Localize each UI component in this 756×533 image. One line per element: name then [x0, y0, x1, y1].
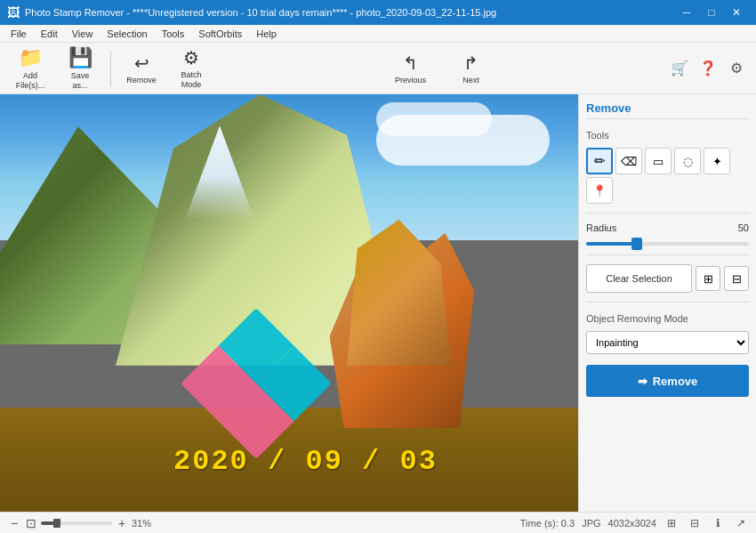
save-as-button[interactable]: 💾 Saveas...: [57, 45, 103, 92]
fit-button[interactable]: ⊞: [664, 515, 680, 531]
batch-mode-button[interactable]: ⚙ BatchMode: [168, 45, 214, 92]
zoom-controls: − ⊡ + 31%: [7, 516, 151, 530]
mode-select[interactable]: Inpainting Content Aware Fill Smart Fill: [586, 331, 749, 354]
remove-icon: ↩: [134, 52, 149, 74]
status-right: Time (s): 0.3 JPG 4032x3024 ⊞ ⊟ ℹ ↗: [520, 515, 749, 531]
lasso-icon: ◌: [683, 155, 693, 168]
next-button[interactable]: ↱ Next: [445, 45, 498, 92]
title-controls: ─ □ ✕: [674, 0, 749, 25]
zoom-reset-button[interactable]: +: [115, 516, 129, 530]
zoom-thumb[interactable]: [53, 519, 60, 528]
tool-rect[interactable]: ▭: [645, 148, 672, 174]
cloud-2: [376, 102, 492, 136]
radius-slider[interactable]: [586, 242, 749, 246]
add-files-button[interactable]: 📁 AddFile(s)...: [7, 45, 53, 92]
close-button[interactable]: ✕: [724, 0, 749, 25]
previous-label: Previous: [395, 76, 426, 85]
remove-button-toolbar[interactable]: ↩ Remove: [118, 45, 165, 92]
zoom-slider[interactable]: [41, 521, 112, 525]
help-button[interactable]: ❓: [696, 56, 720, 81]
batch-label: BatchMode: [181, 70, 201, 90]
toolbar: 📁 AddFile(s)... 💾 Saveas... ↩ Remove ⚙ B…: [0, 43, 756, 94]
previous-icon: ↰: [403, 52, 418, 74]
slider-fill: [586, 242, 635, 246]
canvas-area[interactable]: 2020 / 09 / 03: [0, 94, 578, 512]
previous-button[interactable]: ↰ Previous: [384, 45, 438, 92]
settings-button[interactable]: ⚙: [724, 56, 749, 81]
add-label: AddFile(s)...: [16, 71, 45, 91]
main-layout: 2020 / 09 / 03 Remove Tools ✏ ⌫ ▭ ◌ ✦ 📍: [0, 94, 756, 512]
save-icon: 💾: [68, 46, 92, 69]
menu-bar: File Edit View Selection Tools SoftOrbit…: [0, 25, 756, 43]
menu-help[interactable]: Help: [249, 27, 284, 41]
toolbar-nav: ↰ Previous ↱ Next: [384, 45, 498, 92]
brush-icon: ✏: [594, 153, 606, 169]
remove-label: Remove: [126, 76, 157, 85]
remove-btn-label: Remove: [653, 375, 698, 388]
invert-icon: ⊟: [732, 272, 742, 286]
save-label: Saveas...: [71, 71, 90, 91]
next-label: Next: [462, 76, 479, 85]
tool-stamp[interactable]: 📍: [586, 177, 613, 204]
minimize-button[interactable]: ─: [674, 0, 699, 25]
slider-thumb[interactable]: [631, 238, 642, 250]
panel-title: Remove: [586, 101, 749, 119]
divider-3: [586, 302, 749, 303]
cart-button[interactable]: 🛒: [667, 56, 692, 81]
menu-tools[interactable]: Tools: [155, 27, 192, 41]
selection-buttons: Clear Selection ⊞ ⊟: [586, 264, 749, 293]
zoom-out-button[interactable]: −: [7, 516, 21, 530]
remove-button[interactable]: ➡ Remove: [586, 365, 749, 397]
mode-label: Object Removing Mode: [586, 313, 749, 324]
slider-track: [586, 242, 749, 246]
magic-icon: ✦: [712, 155, 722, 168]
tools-label: Tools: [586, 130, 749, 141]
info-button[interactable]: ℹ: [710, 515, 726, 531]
menu-file[interactable]: File: [4, 27, 34, 41]
select-all-icon: ⊞: [704, 272, 713, 286]
add-icon: 📁: [19, 46, 43, 69]
title-bar: 🖼 Photo Stamp Remover - ****Unregistered…: [0, 0, 756, 25]
radius-row: Radius 50: [586, 222, 749, 233]
tool-lasso[interactable]: ◌: [674, 148, 701, 174]
radius-value: 50: [738, 222, 749, 233]
tools-row: ✏ ⌫ ▭ ◌ ✦ 📍: [586, 148, 749, 204]
clear-selection-button[interactable]: Clear Selection: [586, 264, 692, 293]
batch-icon: ⚙: [183, 47, 199, 69]
app-icon: 🖼: [7, 5, 20, 20]
dimensions-label: 4032x3024: [608, 518, 656, 529]
remove-arrow-icon: ➡: [638, 375, 647, 388]
eraser-icon: ⌫: [621, 155, 637, 168]
invert-selection-button[interactable]: ⊟: [724, 266, 749, 291]
actual-size-button[interactable]: ⊟: [687, 515, 703, 531]
radius-label: Radius: [586, 222, 616, 233]
toolbar-right: 🛒 ❓ ⚙: [667, 56, 749, 81]
select-all-button[interactable]: ⊞: [696, 266, 720, 291]
menu-selection[interactable]: Selection: [100, 27, 154, 41]
next-icon: ↱: [463, 52, 479, 74]
separator-1: [110, 51, 111, 86]
divider-2: [586, 254, 749, 255]
tool-magic[interactable]: ✦: [704, 148, 730, 174]
menu-softorbits[interactable]: SoftOrbits: [191, 27, 249, 41]
menu-edit[interactable]: Edit: [34, 27, 65, 41]
title-text: Photo Stamp Remover - ****Unregistered v…: [25, 7, 496, 18]
stamp-icon: 📍: [592, 184, 607, 198]
menu-view[interactable]: View: [65, 27, 101, 41]
date-watermark: 2020 / 09 / 03: [173, 445, 438, 478]
zoom-percent: 31%: [132, 518, 151, 529]
share-button[interactable]: ↗: [733, 515, 749, 531]
tool-brush[interactable]: ✏: [586, 148, 613, 174]
tool-eraser[interactable]: ⌫: [615, 148, 642, 174]
time-label: Time (s): 0.3: [520, 518, 575, 529]
right-panel: Remove Tools ✏ ⌫ ▭ ◌ ✦ 📍 Radius: [578, 94, 756, 512]
rect-icon: ▭: [653, 155, 664, 168]
status-bar: − ⊡ + 31% Time (s): 0.3 JPG 4032x3024 ⊞ …: [0, 512, 756, 533]
photo-canvas: 2020 / 09 / 03: [0, 94, 578, 512]
divider-1: [586, 213, 749, 214]
maximize-button[interactable]: □: [699, 0, 724, 25]
format-label: JPG: [582, 518, 600, 529]
zoom-in-button[interactable]: ⊡: [24, 516, 38, 530]
